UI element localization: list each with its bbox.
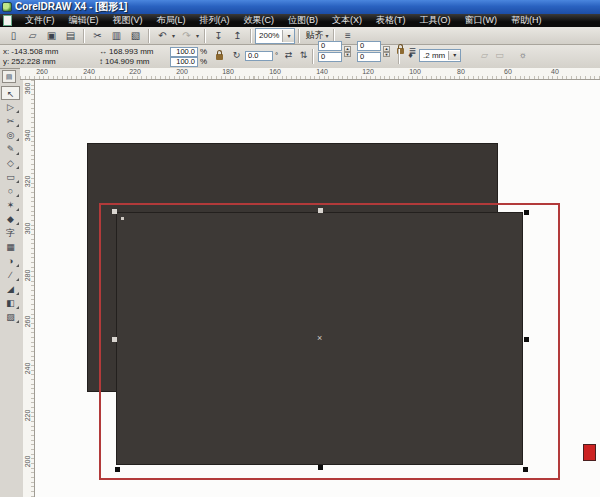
shape-tool[interactable]: ▷	[1, 100, 20, 114]
open-button[interactable]: ▱	[24, 27, 41, 44]
export-button[interactable]: ↥	[229, 27, 246, 44]
y-position-value[interactable]: 252.228 mm	[11, 57, 55, 66]
new-document-button[interactable]: ▯	[5, 27, 22, 44]
outline-width-combo[interactable]: .2 mm ▾	[419, 49, 461, 62]
toolbar-separator	[250, 29, 252, 43]
scale-v-field[interactable]: 100.0	[170, 57, 198, 67]
import-button[interactable]: ↧	[210, 27, 227, 44]
color-swatch[interactable]	[583, 444, 596, 461]
selection-handle[interactable]	[318, 465, 323, 470]
basic-shapes-tool[interactable]: ◆	[1, 212, 20, 226]
zoom-level-combo[interactable]: 200% ▾	[255, 28, 295, 44]
spinner[interactable]: ▲▼	[344, 46, 351, 57]
corner-radius-field[interactable]: 0	[357, 41, 381, 51]
pick-tool[interactable]: ↖	[1, 86, 20, 100]
menu-effects[interactable]: 效果(C)	[237, 14, 282, 27]
window-titlebar[interactable]: CorelDRAW X4 - [图形1]	[0, 0, 600, 14]
menu-bitmaps[interactable]: 位图(B)	[281, 14, 325, 27]
table-tool[interactable]: ▦	[1, 240, 20, 254]
chevron-down-icon[interactable]: ▾	[194, 32, 201, 39]
chevron-down-icon[interactable]: ▾	[323, 32, 330, 39]
menu-arrange[interactable]: 排列(A)	[193, 14, 237, 27]
ellipse-tool[interactable]: ○	[1, 184, 20, 198]
ruler-label: 180	[222, 68, 234, 75]
interactive-blend-tool[interactable]: ◑	[1, 254, 20, 268]
ruler-label: 80	[457, 68, 465, 75]
corner-radius-field[interactable]: 0	[357, 52, 381, 62]
ruler-label: 120	[362, 68, 374, 75]
drawing-area[interactable]: ×	[35, 80, 600, 497]
outline-pen-tool[interactable]: ◢	[1, 282, 20, 296]
save-button[interactable]: ▣	[43, 27, 60, 44]
print-button[interactable]: ▤	[62, 27, 79, 44]
menu-edit[interactable]: 编辑(E)	[62, 14, 106, 27]
zoom-tool[interactable]: ◎	[1, 128, 20, 142]
eyedropper-tool[interactable]: ∕	[1, 268, 20, 282]
flyout-icon	[16, 138, 19, 141]
menu-file[interactable]: 文件(F)	[18, 14, 62, 27]
x-label: x:	[3, 47, 9, 56]
object-width-value[interactable]: 168.993 mm	[109, 47, 153, 56]
chevron-down-icon[interactable]: ▾	[282, 30, 294, 42]
menu-tools[interactable]: 工具(O)	[413, 14, 458, 27]
corner-radius-field[interactable]: 0	[318, 52, 342, 62]
fill-dialog-button[interactable]: ▭	[493, 51, 506, 60]
toolbar-separator	[298, 29, 300, 43]
freehand-tool[interactable]: ✎	[1, 142, 20, 156]
undo-button[interactable]: ↶	[154, 27, 171, 44]
rotation-angle-field[interactable]: 0.0	[245, 51, 273, 61]
flyout-icon	[16, 208, 19, 211]
lock-icon	[216, 54, 223, 60]
scale-h-field[interactable]: 100.0	[170, 47, 198, 57]
polygon-tool[interactable]: ✶	[1, 198, 20, 212]
coreldraw-app-icon	[2, 2, 12, 12]
selection-handle[interactable]	[318, 208, 323, 213]
copy-button[interactable]: ▥	[108, 27, 125, 44]
interactive-fill-tool[interactable]: ▨	[1, 310, 20, 324]
flyout-icon	[16, 110, 19, 113]
menu-text[interactable]: 文本(X)	[325, 14, 369, 27]
menu-view[interactable]: 视图(V)	[106, 14, 150, 27]
ruler-label: 140	[316, 68, 328, 75]
outline-dialog-button[interactable]: ▱	[478, 51, 491, 60]
ruler-label: 220	[129, 68, 141, 75]
menu-help[interactable]: 帮助(H)	[504, 14, 549, 27]
scale-lock-toggle[interactable]	[216, 53, 223, 62]
selection-handle[interactable]	[524, 210, 529, 215]
settings-group: ☼	[516, 51, 529, 60]
flyout-icon	[16, 124, 19, 127]
cut-button[interactable]: ✂	[89, 27, 106, 44]
chevron-down-icon[interactable]: ▾	[448, 51, 460, 60]
object-height-value[interactable]: 104.909 mm	[105, 57, 149, 66]
vertical-ruler[interactable]: 360340320300280260240220200	[23, 80, 35, 497]
ruler-label: 220	[24, 407, 31, 425]
redo-button[interactable]: ↷	[178, 27, 195, 44]
menu-table[interactable]: 表格(T)	[369, 14, 413, 27]
toolbar-separator	[204, 29, 206, 43]
menu-layout[interactable]: 布局(L)	[150, 14, 193, 27]
horizontal-ruler[interactable]: 260240220200180160140120100806040	[20, 68, 600, 80]
crop-tool[interactable]: ✂	[1, 114, 20, 128]
gear-icon[interactable]: ☼	[516, 51, 529, 60]
object-position-group: x: -143.508 mm y: 252.228 mm	[3, 47, 58, 66]
selection-handle[interactable]	[115, 467, 120, 472]
x-position-value[interactable]: -143.508 mm	[11, 47, 58, 56]
mirror-horizontal-button[interactable]: ⇄	[282, 51, 295, 60]
spinner[interactable]: ▲▼	[383, 46, 390, 57]
chevron-down-icon[interactable]: ▾	[170, 32, 177, 39]
selection-handle[interactable]	[524, 337, 529, 342]
ruler-label: 320	[24, 173, 31, 191]
text-tool[interactable]: 字	[1, 226, 20, 240]
selection-handle[interactable]	[523, 467, 528, 472]
selection-handle[interactable]	[112, 337, 117, 342]
corner-radius-field[interactable]: 0	[318, 41, 342, 51]
fill-tool[interactable]: ◧	[1, 296, 20, 310]
selection-handle[interactable]	[112, 209, 117, 214]
smart-fill-tool[interactable]: ◇	[1, 156, 20, 170]
rectangle-tool[interactable]: ▭	[1, 170, 20, 184]
menu-window[interactable]: 窗口(W)	[458, 14, 505, 27]
mirror-vertical-button[interactable]: ⇅	[297, 51, 310, 60]
paste-button[interactable]: ▧	[127, 27, 144, 44]
selection-center-marker[interactable]: ×	[317, 334, 322, 343]
options-icon[interactable]: ≡	[339, 27, 356, 44]
